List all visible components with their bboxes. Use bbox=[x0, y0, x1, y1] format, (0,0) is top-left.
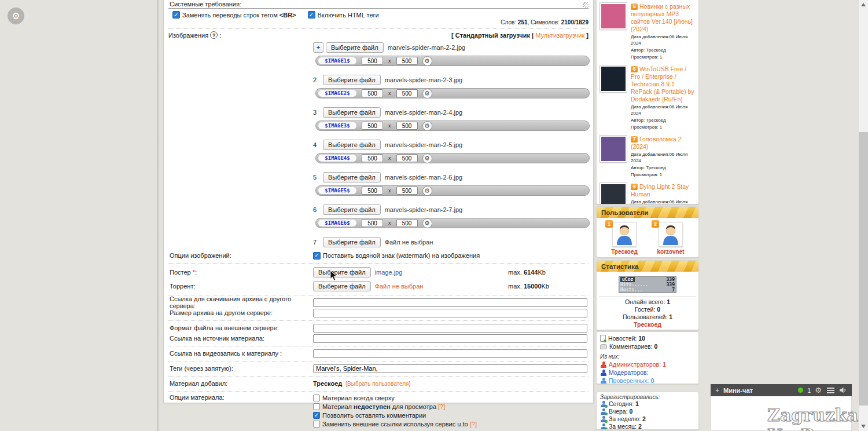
torrent-choose-file-button[interactable]: Выберите файл bbox=[313, 281, 371, 291]
select-user-link[interactable]: [Выбрать пользователя] bbox=[345, 381, 410, 387]
choose-file-button[interactable]: Выберите файл bbox=[323, 107, 381, 118]
user-card[interactable]: 1 Трескоед bbox=[609, 222, 639, 255]
choose-file-button[interactable]: Выберите файл bbox=[326, 42, 384, 53]
scrollbar-thumb[interactable] bbox=[859, 132, 868, 406]
chat-sound-icon[interactable] bbox=[840, 387, 847, 393]
person-add-icon bbox=[600, 401, 606, 407]
multi-uploader-link[interactable]: Мультизагрузчик bbox=[535, 32, 584, 39]
standard-uploader-label: Стандартный загрузчик bbox=[455, 32, 530, 39]
chat-menu-icon[interactable] bbox=[827, 390, 834, 391]
poster-max-size: max. 6144Kb bbox=[508, 269, 546, 276]
image-options-gear-icon[interactable]: ⚙ bbox=[422, 218, 432, 228]
image-height-input[interactable] bbox=[396, 89, 418, 97]
news-thumbnail[interactable] bbox=[600, 183, 627, 204]
option-label: Материал bbox=[322, 403, 354, 410]
user-card[interactable]: 2 korzovnet bbox=[656, 222, 686, 255]
image-token-field[interactable]: $IMAGE5$ bbox=[318, 187, 356, 194]
choose-file-button[interactable]: Выберите файл bbox=[323, 237, 381, 247]
watermark-checkbox[interactable]: ✓ bbox=[313, 252, 321, 260]
material-option[interactable]: ✓ Позволить оставлять комментарии bbox=[313, 411, 477, 419]
news-title-link[interactable]: 5Новинки с разных популярных MP3 сайтов … bbox=[631, 3, 696, 33]
images-section-label: Изображения bbox=[168, 32, 208, 39]
add-image-row-button[interactable]: + bbox=[313, 42, 323, 53]
image-token-field[interactable]: $IMAGE3$ bbox=[318, 122, 356, 129]
moderators-total[interactable]: Модераторов: bbox=[600, 368, 695, 377]
choose-file-button[interactable]: Выберите файл bbox=[323, 75, 381, 85]
material-option-checkbox[interactable]: ✓ bbox=[313, 403, 320, 410]
image-options-gear-icon[interactable]: ⚙ bbox=[422, 121, 432, 131]
news-title-link[interactable]: 6WinToUSB Free / Pro / Enterprise / Tech… bbox=[631, 65, 696, 103]
user-name-link[interactable]: Трескоед bbox=[609, 249, 639, 255]
html-option-checkbox[interactable]: ✓ Включить HTML теги bbox=[308, 11, 379, 19]
archive-size-input[interactable] bbox=[313, 309, 587, 317]
user-name-link[interactable]: korzovnet bbox=[656, 249, 686, 255]
material-option-checkbox[interactable]: ✓ bbox=[313, 421, 320, 428]
file-format-input[interactable] bbox=[313, 324, 587, 333]
system-requirements-text: Системные требования: bbox=[170, 1, 241, 8]
image-width-input[interactable] bbox=[362, 219, 383, 227]
textarea-resize-handle[interactable] bbox=[583, 2, 589, 8]
image-token-field[interactable]: $IMAGE1$ bbox=[318, 57, 356, 64]
images-help-icon[interactable]: ? bbox=[210, 31, 218, 39]
tags-label: Теги (через запятую): bbox=[168, 365, 313, 372]
checkbox[interactable]: ✓ bbox=[172, 11, 180, 19]
image-width-input[interactable] bbox=[362, 57, 383, 65]
image-options-gear-icon[interactable]: ⚙ bbox=[422, 89, 432, 98]
proven-total[interactable]: Проверенных: 0 bbox=[600, 377, 695, 384]
poster-choose-file-button[interactable]: Выберите файл bbox=[313, 267, 371, 277]
torrent-no-file-text: Файл не выбран bbox=[375, 283, 424, 290]
image-options-gear-icon[interactable]: ⚙ bbox=[422, 56, 432, 66]
news-number-badge: 6 bbox=[631, 66, 638, 72]
system-requirements-textarea[interactable]: Системные требования: bbox=[168, 0, 589, 9]
image-height-input[interactable] bbox=[396, 219, 418, 227]
image-width-input[interactable] bbox=[362, 89, 383, 97]
image-height-input[interactable] bbox=[396, 187, 418, 195]
choose-file-button[interactable]: Выберите файл bbox=[323, 140, 381, 150]
checkmark-icon: ✓ bbox=[314, 412, 319, 418]
image-options-gear-icon[interactable]: ⚙ bbox=[422, 186, 432, 196]
html-option-checkbox[interactable]: ✓ Заменять переводы строк тегом <BR> bbox=[172, 11, 296, 19]
material-option-checkbox[interactable]: ✓ bbox=[313, 412, 320, 419]
material-option-checkbox[interactable]: ✓ bbox=[313, 395, 320, 401]
image-width-input[interactable] bbox=[362, 154, 383, 162]
material-option[interactable]: ✓ Материал всегда сверху bbox=[313, 394, 477, 401]
archive-link-input[interactable] bbox=[313, 298, 587, 307]
material-option[interactable]: ✓ Заменить внешние ссылки используя серв… bbox=[313, 420, 477, 428]
image-width-input[interactable] bbox=[362, 187, 383, 195]
image-settings-bar: $IMAGE5$ x ⚙ bbox=[315, 185, 590, 196]
chat-settings-gear-icon[interactable]: ⚙ bbox=[815, 386, 822, 395]
choose-file-button[interactable]: Выберите файл bbox=[323, 204, 381, 215]
choose-file-button[interactable]: Выберите файл bbox=[323, 172, 381, 182]
image-token-field[interactable]: $IMAGE6$ bbox=[318, 220, 356, 227]
scroll-up-arrow[interactable] bbox=[861, 3, 866, 6]
settings-gear-button[interactable]: ⚙ bbox=[8, 8, 24, 24]
avatar[interactable] bbox=[612, 222, 637, 247]
image-token-field[interactable]: $IMAGE2$ bbox=[318, 90, 356, 97]
scroll-down-arrow[interactable] bbox=[861, 425, 866, 428]
image-options-gear-icon[interactable]: ⚙ bbox=[422, 154, 432, 163]
video-link-input[interactable] bbox=[313, 349, 587, 358]
page-scrollbar[interactable] bbox=[859, 0, 868, 431]
news-thumbnail[interactable] bbox=[600, 3, 627, 30]
image-width-input[interactable] bbox=[362, 122, 383, 130]
tags-input[interactable] bbox=[313, 364, 587, 373]
image-height-input[interactable] bbox=[396, 154, 418, 162]
image-height-input[interactable] bbox=[396, 122, 418, 130]
online-user-link[interactable]: Трескоед bbox=[599, 321, 696, 328]
watermark-option-label: Поставить водяной знак (watermark) на из… bbox=[323, 252, 480, 259]
option-help-link: [?] bbox=[438, 403, 445, 410]
material-option[interactable]: ✓ Материал недоступен для просмотра [?] bbox=[313, 403, 477, 410]
avatar[interactable] bbox=[659, 222, 683, 247]
news-title-link[interactable]: 8Dying Light 2 Stay Human bbox=[631, 183, 696, 198]
news-thumbnail[interactable] bbox=[600, 65, 627, 92]
checkbox[interactable]: ✓ bbox=[308, 11, 315, 19]
image-token-field[interactable]: $IMAGE4$ bbox=[318, 155, 356, 162]
image-height-input[interactable] bbox=[396, 57, 418, 65]
watermark-option[interactable]: ✓ Поставить водяной знак (watermark) на … bbox=[313, 252, 480, 260]
poster-filename-link[interactable]: image.jpg bbox=[375, 269, 403, 276]
news-title-link[interactable]: 7Головоломка 2 (2024) bbox=[631, 136, 696, 151]
admins-total[interactable]: Администраторов: 1 bbox=[600, 360, 695, 368]
chat-collapse-button[interactable]: + bbox=[715, 386, 719, 395]
news-thumbnail[interactable] bbox=[600, 136, 627, 162]
source-link-input[interactable] bbox=[313, 334, 587, 343]
